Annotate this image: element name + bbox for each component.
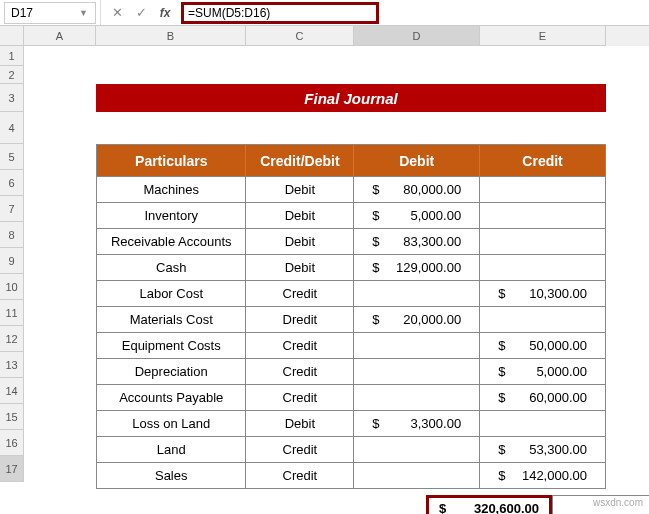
cell-debit[interactable]	[354, 281, 480, 307]
cell-particulars[interactable]: Labor Cost	[97, 281, 246, 307]
table-row: Accounts PayableCredit$60,000.00	[97, 385, 606, 411]
cell-debit[interactable]: $129,000.00	[354, 255, 480, 281]
cell-debit[interactable]: $20,000.00	[354, 307, 480, 333]
header-credit[interactable]: Credit	[480, 145, 606, 177]
cell-credit-debit[interactable]: Dredit	[246, 307, 354, 333]
header-credit-debit[interactable]: Credit/Debit	[246, 145, 354, 177]
cell-credit[interactable]	[480, 411, 606, 437]
cell-credit-debit[interactable]: Debit	[246, 229, 354, 255]
row-header-1[interactable]: 1	[0, 46, 24, 66]
row-header-16[interactable]: 16	[0, 430, 24, 456]
cell-particulars[interactable]: Equipment Costs	[97, 333, 246, 359]
cell-particulars[interactable]: Accounts Payable	[97, 385, 246, 411]
credit-amount: 50,000.00	[529, 338, 587, 353]
cell-credit-debit[interactable]: Credit	[246, 385, 354, 411]
cell-particulars[interactable]: Cash	[97, 255, 246, 281]
header-debit[interactable]: Debit	[354, 145, 480, 177]
cell-debit[interactable]: $5,000.00	[354, 203, 480, 229]
total-debit-cell[interactable]: $ 320,600.00	[426, 495, 552, 514]
cell-particulars[interactable]: Loss on Land	[97, 411, 246, 437]
cell-particulars[interactable]: Depreciation	[97, 359, 246, 385]
table-row: MachinesDebit$80,000.00	[97, 177, 606, 203]
cell-credit[interactable]	[480, 203, 606, 229]
cell-credit-debit[interactable]: Debit	[246, 203, 354, 229]
formula-input-highlight	[181, 2, 379, 24]
cell-credit[interactable]: $10,300.00	[480, 281, 606, 307]
row-header-9[interactable]: 9	[0, 248, 24, 274]
cell-particulars[interactable]: Materials Cost	[97, 307, 246, 333]
cell-debit[interactable]	[354, 437, 480, 463]
cell-credit[interactable]	[480, 255, 606, 281]
credit-amount: 53,300.00	[529, 442, 587, 457]
cell-credit-debit[interactable]: Credit	[246, 333, 354, 359]
name-box[interactable]: D17 ▼	[4, 2, 96, 24]
col-header-b[interactable]: B	[96, 26, 246, 46]
row-header-12[interactable]: 12	[0, 326, 24, 352]
cell-debit[interactable]	[354, 359, 480, 385]
currency-symbol: $	[372, 208, 379, 223]
cell-credit-debit[interactable]: Credit	[246, 437, 354, 463]
cell-credit[interactable]: $60,000.00	[480, 385, 606, 411]
cell-particulars[interactable]: Inventory	[97, 203, 246, 229]
row-header-2[interactable]: 2	[0, 66, 24, 84]
cell-particulars[interactable]: Land	[97, 437, 246, 463]
currency-symbol: $	[372, 182, 379, 197]
row-header-5[interactable]: 5	[0, 144, 24, 170]
credit-amount: 5,000.00	[536, 364, 587, 379]
select-all-corner[interactable]	[0, 26, 24, 46]
cell-credit-debit[interactable]: Debit	[246, 411, 354, 437]
formula-input[interactable]	[188, 6, 372, 20]
col-header-d[interactable]: D	[354, 26, 480, 46]
row-header-14[interactable]: 14	[0, 378, 24, 404]
cell-debit[interactable]	[354, 385, 480, 411]
row-header-6[interactable]: 6	[0, 170, 24, 196]
journal-table: Particulars Credit/Debit Debit Credit Ma…	[96, 144, 606, 489]
col-header-e[interactable]: E	[480, 26, 606, 46]
cell-debit[interactable]: $80,000.00	[354, 177, 480, 203]
cell-credit[interactable]: $5,000.00	[480, 359, 606, 385]
cell-debit[interactable]: $83,300.00	[354, 229, 480, 255]
cell-credit[interactable]	[480, 307, 606, 333]
cell-credit-debit[interactable]: Debit	[246, 177, 354, 203]
cell-debit[interactable]	[354, 463, 480, 489]
row-header-4[interactable]: 4	[0, 112, 24, 144]
cell-particulars[interactable]: Machines	[97, 177, 246, 203]
cell-particulars[interactable]: Receivable Accounts	[97, 229, 246, 255]
row-header-13[interactable]: 13	[0, 352, 24, 378]
cell-credit[interactable]	[480, 177, 606, 203]
chevron-down-icon[interactable]: ▼	[79, 8, 89, 18]
cell-credit-debit[interactable]: Credit	[246, 359, 354, 385]
cell-debit[interactable]: $3,300.00	[354, 411, 480, 437]
table-row: InventoryDebit$5,000.00	[97, 203, 606, 229]
cell-credit-debit[interactable]: Debit	[246, 255, 354, 281]
row-header-7[interactable]: 7	[0, 196, 24, 222]
row-header-15[interactable]: 15	[0, 404, 24, 430]
header-particulars[interactable]: Particulars	[97, 145, 246, 177]
cell-credit-debit[interactable]: Credit	[246, 281, 354, 307]
table-row: Equipment CostsCredit$50,000.00	[97, 333, 606, 359]
cell-credit[interactable]: $50,000.00	[480, 333, 606, 359]
row-header-17[interactable]: 17	[0, 456, 24, 482]
cell-debit[interactable]	[354, 333, 480, 359]
cell-credit[interactable]: $53,300.00	[480, 437, 606, 463]
cell-credit[interactable]	[480, 229, 606, 255]
cell-particulars[interactable]: Sales	[97, 463, 246, 489]
cell-credit[interactable]: $142,000.00	[480, 463, 606, 489]
row-header-3[interactable]: 3	[0, 84, 24, 112]
fx-icon[interactable]: fx	[155, 3, 175, 23]
watermark: wsxdn.com	[593, 497, 643, 508]
row-header-8[interactable]: 8	[0, 222, 24, 248]
journal-title: Final Journal	[96, 84, 606, 112]
table-row: CashDebit$129,000.00	[97, 255, 606, 281]
debit-amount: 129,000.00	[396, 260, 461, 275]
currency-symbol: $	[498, 338, 505, 353]
cancel-icon[interactable]: ✕	[107, 3, 127, 23]
row-header-10[interactable]: 10	[0, 274, 24, 300]
row-header-11[interactable]: 11	[0, 300, 24, 326]
enter-icon[interactable]: ✓	[131, 3, 151, 23]
currency-symbol: $	[498, 390, 505, 405]
cell-credit-debit[interactable]: Credit	[246, 463, 354, 489]
currency-symbol: $	[372, 416, 379, 431]
col-header-c[interactable]: C	[246, 26, 354, 46]
col-header-a[interactable]: A	[24, 26, 96, 46]
